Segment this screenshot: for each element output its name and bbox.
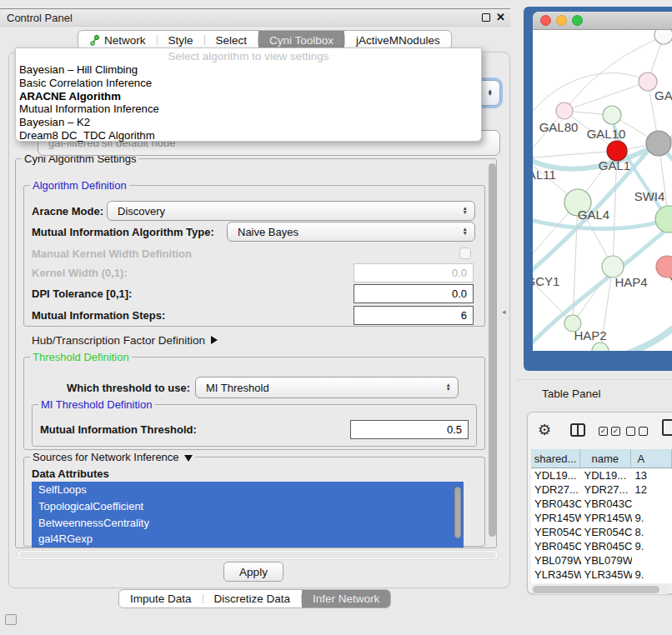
network-node-label-gal1: GAL1 <box>599 158 630 172</box>
apply-button[interactable]: Apply <box>223 562 283 582</box>
minimize-traffic-light[interactable] <box>556 15 567 26</box>
new-table-icon[interactable] <box>662 419 672 436</box>
sources-group-title[interactable]: Sources for Network Inference <box>30 451 195 463</box>
control-panel-titlebar: Control Panel ✕ <box>0 8 510 27</box>
manual-kernel-checkbox[interactable] <box>459 248 471 259</box>
table-column-header-name[interactable]: name <box>580 449 631 468</box>
table-row[interactable]: YPR145WYPR145W9. <box>531 511 672 525</box>
tab-label: Discretize Data <box>214 592 291 605</box>
mi-threshold-field[interactable]: 0.5 <box>350 420 469 439</box>
close-traffic-light[interactable] <box>540 15 551 26</box>
kernel-width-field[interactable]: 0.0 <box>354 263 474 282</box>
network-canvas[interactable]: GALGAL80GAL10GAL1GAL11SWI4GAL4GCY1HAP4YH… <box>533 30 672 351</box>
table-cell: 12 <box>632 483 672 496</box>
table-row[interactable]: YDL19...YDL19...13 <box>531 468 672 482</box>
algorithm-option-mutual-information-inference[interactable]: Mutual Information Inference <box>16 102 481 116</box>
data-attributes-list: SelfLoopsTopologicalCoefficientBetweenne… <box>32 482 464 548</box>
network-node[interactable] <box>556 102 573 119</box>
network-edge-bundle <box>612 322 672 351</box>
expand-arrow-icon <box>211 336 218 344</box>
algorithm-option-aracne-algorithm[interactable]: ARACNE Algorithm <box>16 90 481 103</box>
zoom-traffic-light[interactable] <box>572 15 583 26</box>
network-node[interactable] <box>592 342 609 351</box>
tab-discretize-data[interactable]: Discretize Data <box>203 590 302 608</box>
table-cell: 13 <box>632 469 672 482</box>
network-window-titlebar[interactable] <box>533 12 672 30</box>
dpi-tolerance-field[interactable]: 0.0 <box>354 284 474 303</box>
table-cell: YDL19... <box>581 469 632 482</box>
table-cell: 9 <box>632 582 672 583</box>
aracne-mode-combo[interactable]: Discovery ▲▼ <box>107 201 475 221</box>
which-threshold-value: MI Threshold <box>206 382 269 394</box>
screen: Control Panel ✕ NetworkStyleSelectCyni T… <box>0 0 672 635</box>
tab-label: Network <box>104 34 146 47</box>
network-node[interactable] <box>603 106 621 124</box>
mi-type-combo[interactable]: Naive Bayes ▲▼ <box>227 222 475 242</box>
gear-icon[interactable]: ⚙ <box>538 421 551 439</box>
tab-infer-network[interactable]: Infer Network <box>302 590 390 608</box>
combo-arrows-icon: ▲▼ <box>463 228 468 235</box>
network-node-label-swi4: SWI4 <box>634 189 665 203</box>
algorithm-option-dream8-dc-tdc-algorithm[interactable]: Dream8 DC_TDC Algorithm <box>16 129 481 142</box>
tab-label: jActiveMNodules <box>356 34 440 47</box>
float-panel-icon[interactable] <box>482 13 490 22</box>
tab-jactivemnodules[interactable]: jActiveMNodules <box>345 31 451 49</box>
minimized-panel-icon[interactable] <box>5 614 17 625</box>
tab-impute-data[interactable]: Impute Data <box>119 590 203 608</box>
table-row[interactable]: YBR043CYBR043C <box>531 497 672 511</box>
sources-title-text: Sources for Network Inference <box>33 451 179 463</box>
node-table: shared...nameA YDL19...YDL19...13YDR27..… <box>531 449 672 583</box>
table-row[interactable]: YER054CYER054C8. <box>531 525 672 539</box>
network-node-label-gcy1: GCY1 <box>533 274 559 288</box>
mi-steps-field[interactable]: 6 <box>354 306 474 325</box>
settings-scrollbar[interactable] <box>489 163 496 537</box>
data-attribute-item-betweennesscentrality[interactable]: BetweennessCentrality <box>32 515 464 532</box>
table-body: YDL19...YDL19...13YDR27...YDR27...12YBR0… <box>531 468 672 583</box>
mi-type-label: Mutual Information Algorithm Type: <box>32 222 214 242</box>
network-edge <box>533 151 617 158</box>
algorithm-option-bayesian-k2[interactable]: Bayesian – K2 <box>16 116 481 129</box>
table-column-header-shared[interactable]: shared... <box>531 449 580 468</box>
data-attributes-label: Data Attributes <box>32 467 109 480</box>
table-horizontal-scrollbar[interactable] <box>531 584 672 594</box>
table-cell: YBL079W <box>581 554 632 567</box>
column-layout-icon[interactable] <box>570 423 585 437</box>
table-header-row: shared...nameA <box>531 449 672 468</box>
tab-cyni-toolbox[interactable]: Cyni Toolbox <box>258 31 344 49</box>
table-row[interactable]: YBL079WYBL079W <box>531 553 672 568</box>
checked-box-icon: ✓ <box>599 427 608 436</box>
algorithm-definition-title: Algorithm Definition <box>30 179 129 192</box>
which-threshold-combo[interactable]: MI Threshold ▲▼ <box>195 377 459 398</box>
deselect-all-columns-icon[interactable] <box>626 427 648 436</box>
network-view-window: GALGAL80GAL10GAL1GAL11SWI4GAL4GCY1HAP4YH… <box>533 12 672 351</box>
network-node[interactable] <box>654 30 672 44</box>
table-cell: YIL052C <box>581 582 632 583</box>
apply-button-label: Apply <box>239 566 268 578</box>
table-row[interactable]: YDR27...YDR27...12 <box>531 482 672 497</box>
table-row[interactable]: YLR345WYLR345W9. <box>531 568 672 582</box>
table-cell: YDL19... <box>531 469 581 482</box>
settings-horizontal-scrollbar[interactable] <box>17 550 499 560</box>
attributes-list-scrollbar[interactable] <box>454 487 461 538</box>
algorithm-option-basic-correlation-inference[interactable]: Basic Correlation Inference <box>16 77 481 90</box>
tab-select[interactable]: Select <box>205 31 258 49</box>
algorithm-option-bayesian-hill-climbing[interactable]: Bayesian – Hill Climbing <box>16 63 481 77</box>
data-attribute-item-selfloops[interactable]: SelfLoops <box>32 482 464 498</box>
network-node[interactable] <box>646 131 671 156</box>
splitter-collapse-arrow[interactable]: ◂ <box>502 308 506 316</box>
close-icon[interactable]: ✕ <box>496 11 505 23</box>
table-cell: YPR145W <box>581 512 632 524</box>
network-node[interactable] <box>655 206 672 232</box>
data-attribute-item-topologicalcoefficient[interactable]: TopologicalCoefficient <box>32 498 464 515</box>
table-column-header-a[interactable]: A <box>631 449 672 468</box>
tab-network[interactable]: Network <box>78 31 157 49</box>
checked-box-icon: ✓ <box>611 427 620 436</box>
data-attribute-item-gal4rgexp[interactable]: gal4RGexp <box>32 531 464 548</box>
table-row[interactable]: YIL052CYIL052C9 <box>531 582 672 583</box>
select-all-columns-icon[interactable]: ✓ ✓ <box>599 427 620 436</box>
tab-label: Style <box>168 34 193 47</box>
table-row[interactable]: YBR045CYBR045C9. <box>531 539 672 553</box>
tab-style[interactable]: Style <box>158 31 204 49</box>
unchecked-box-icon <box>639 427 648 436</box>
hub-section-toggle[interactable]: Hub/Transcription Factor Definition <box>32 332 218 348</box>
